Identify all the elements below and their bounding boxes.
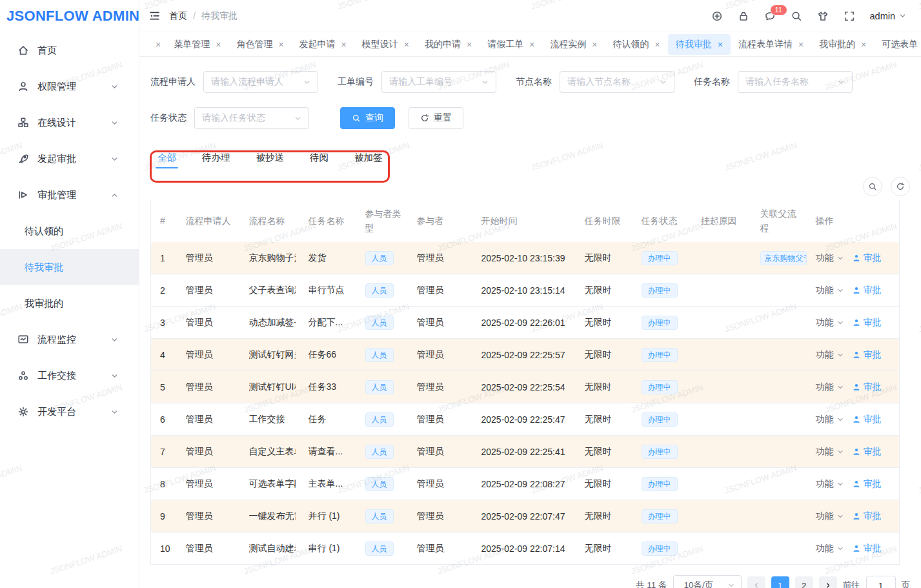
row-more-button[interactable]: 功能 [816, 414, 844, 425]
tab-5[interactable]: 我的申请× [417, 34, 480, 55]
subtab-4[interactable]: 待阅 [310, 143, 329, 172]
row-more-button[interactable]: 功能 [816, 511, 844, 522]
search-button[interactable] [791, 10, 802, 22]
status-badge: 办理中 [642, 348, 678, 362]
row-approve-button[interactable]: 审批 [852, 446, 882, 458]
subtab-2[interactable]: 待办理 [202, 143, 230, 172]
close-icon[interactable]: × [467, 40, 472, 49]
sidebar-item-label: 工作交接 [37, 370, 76, 382]
sidebar-subitem-2[interactable]: 待我审批 [0, 249, 139, 285]
page-size-select[interactable]: 10条/页 [673, 575, 742, 588]
close-icon[interactable]: × [216, 40, 221, 49]
close-icon[interactable]: × [529, 40, 534, 49]
row-more-button[interactable]: 功能 [816, 317, 844, 329]
row-more-button[interactable]: 功能 [816, 349, 844, 361]
cell-task-status: 办理中 [633, 403, 692, 436]
chevron-down-icon [836, 319, 844, 327]
sidebar-item-7[interactable]: 工作交接 [0, 358, 139, 394]
fullscreen-button[interactable] [844, 10, 855, 22]
sidebar-subitem-1[interactable]: 待认领的 [0, 213, 139, 249]
reset-button[interactable]: 重置 [409, 107, 463, 129]
close-icon[interactable]: × [278, 40, 283, 49]
subtab-3[interactable]: 被抄送 [256, 143, 285, 172]
row-approve-button[interactable]: 审批 [852, 543, 882, 554]
close-icon[interactable]: × [156, 40, 161, 49]
tab-10[interactable]: 流程表单详情× [731, 34, 811, 55]
parent-process-link[interactable]: 京东购物父子流程 [760, 251, 807, 265]
tab-9[interactable]: 待我审批× [668, 34, 731, 55]
tab-2[interactable]: 角色管理× [228, 34, 291, 55]
filter-select[interactable]: 请输入任务状态 [194, 107, 309, 129]
table-search-button[interactable] [863, 177, 882, 196]
aim-button[interactable] [711, 10, 723, 22]
row-more-button[interactable]: 功能 [816, 446, 844, 458]
row-approve-button[interactable]: 审批 [852, 317, 882, 329]
filter-select[interactable]: 请输入流程申请人 [203, 71, 318, 93]
query-button[interactable]: 查询 [340, 107, 395, 129]
sidebar-item-4[interactable]: 发起审批 [0, 141, 139, 177]
prev-page-button[interactable] [747, 576, 765, 588]
tab-12[interactable]: 可选表单× [874, 34, 921, 55]
row-approve-button[interactable]: 审批 [852, 252, 882, 264]
tab-11[interactable]: 我审批的× [811, 34, 874, 55]
row-more-button[interactable]: 功能 [816, 381, 844, 393]
cell-participant-type: 人员 [356, 242, 408, 274]
theme-button[interactable] [817, 10, 829, 22]
sidebar-item-label: 首页 [37, 45, 57, 57]
cell-applicant: 管理员 [177, 500, 240, 532]
close-icon[interactable]: × [718, 40, 723, 49]
message-button[interactable]: 11 [764, 10, 776, 22]
row-more-button[interactable]: 功能 [816, 478, 844, 490]
close-icon[interactable]: × [861, 40, 866, 49]
row-approve-button[interactable]: 审批 [852, 349, 882, 361]
row-approve-button[interactable]: 审批 [852, 285, 882, 296]
row-approve-button[interactable]: 审批 [852, 478, 882, 490]
sidebar-item-5[interactable]: 审批管理 [0, 177, 139, 213]
participant-type-badge: 人员 [365, 348, 394, 362]
goto-page-input[interactable] [866, 576, 896, 588]
row-approve-button[interactable]: 审批 [852, 414, 882, 425]
tab-6[interactable]: 请假工单× [480, 34, 542, 55]
table-refresh-button[interactable] [891, 177, 910, 196]
sidebar-item-3[interactable]: 在线设计 [0, 105, 139, 141]
close-icon[interactable]: × [798, 40, 804, 49]
filter-select[interactable]: 请输入节点名称 [560, 71, 674, 93]
lock-button[interactable] [738, 10, 749, 22]
next-page-button[interactable] [819, 576, 837, 588]
sidebar-item-6[interactable]: 流程监控 [0, 321, 139, 358]
cell-task-limit: 无限时 [576, 468, 633, 500]
subtab-1[interactable]: 全部 [157, 143, 176, 172]
close-icon[interactable]: × [341, 40, 347, 49]
cell-participant: 管理员 [408, 500, 472, 532]
row-approve-button[interactable]: 审批 [852, 381, 882, 393]
tab-3[interactable]: 发起申请× [292, 34, 354, 55]
table-row: 5管理员测试钉钉UI框任务33人员管理员2025-02-09 22:25:54无… [151, 371, 900, 403]
row-approve-button[interactable]: 审批 [852, 511, 882, 522]
tab-8[interactable]: 待认领的× [605, 34, 668, 55]
page-button-2[interactable]: 2 [795, 576, 813, 588]
subtab-5[interactable]: 被加签 [354, 143, 383, 172]
page-button-1[interactable]: 1 [771, 576, 789, 588]
filter-select[interactable]: 请输入任务名称 [738, 71, 853, 93]
tab-4[interactable]: 模型设计× [354, 34, 417, 55]
user-menu[interactable]: admin [870, 11, 907, 21]
menu-fold-icon[interactable] [148, 10, 161, 22]
tab-1[interactable]: 菜单管理× [166, 34, 228, 55]
tab-7[interactable]: 流程实例× [542, 34, 605, 55]
filter-select[interactable]: 请输入工单编号 [381, 71, 496, 93]
sidebar-subitem-3[interactable]: 我审批的 [0, 285, 139, 321]
tab-close-icon[interactable]: × [145, 34, 166, 55]
close-icon[interactable]: × [592, 40, 597, 49]
sidebar-item-1[interactable]: 首页 [0, 32, 139, 68]
row-more-button[interactable]: 功能 [816, 285, 844, 296]
cell-participant-type: 人员 [356, 274, 408, 307]
sidebar-item-8[interactable]: 开发平台 [0, 394, 139, 430]
row-more-button[interactable]: 功能 [816, 252, 844, 264]
filter-field-3: 节点名称请输入节点名称 [516, 71, 674, 93]
close-icon[interactable]: × [655, 40, 660, 49]
row-more-button[interactable]: 功能 [816, 543, 844, 554]
cell-task-status: 办理中 [633, 274, 692, 307]
close-icon[interactable]: × [404, 40, 409, 49]
breadcrumb-home[interactable]: 首页 [169, 10, 187, 22]
sidebar-item-2[interactable]: 权限管理 [0, 68, 139, 105]
